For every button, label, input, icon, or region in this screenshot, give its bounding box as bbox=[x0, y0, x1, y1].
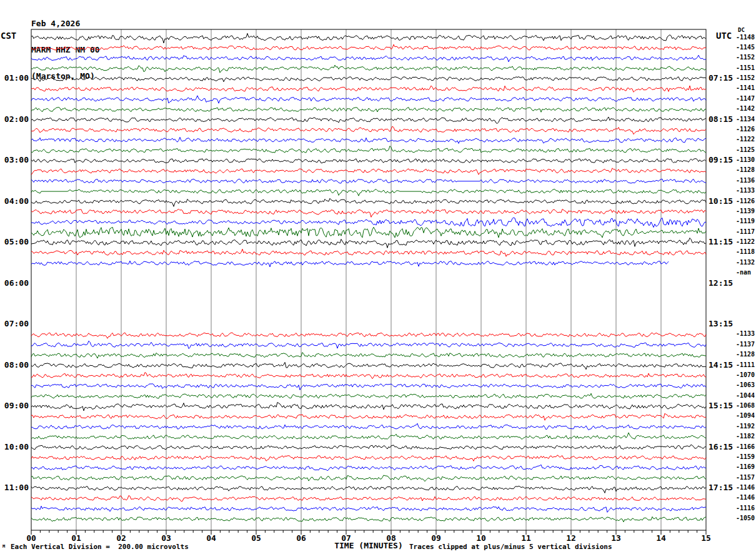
dc-offset-value: -1159 bbox=[736, 454, 756, 460]
dc-offset-value: -1192 bbox=[736, 423, 756, 430]
hour-label-cst: 10:00 bbox=[0, 443, 29, 451]
dc-offset-value: -1126 bbox=[736, 126, 756, 133]
trace-row bbox=[31, 475, 706, 481]
trace-row bbox=[31, 402, 706, 411]
trace-row bbox=[31, 423, 706, 430]
trace-row bbox=[31, 486, 706, 493]
hour-label-cst: 06:00 bbox=[0, 279, 29, 288]
hour-label-cst: 09:00 bbox=[0, 401, 29, 410]
dc-offset-value: -1146 bbox=[736, 485, 756, 491]
x-tick-label: 05 bbox=[246, 534, 266, 542]
trace-row bbox=[31, 455, 706, 461]
dc-offset-value: -1147 bbox=[736, 96, 756, 102]
dc-offset-value: -1118 bbox=[736, 249, 756, 255]
hour-label-utc: 09:15 bbox=[709, 156, 737, 164]
dc-offset-value: -1070 bbox=[736, 372, 756, 378]
trace-row bbox=[31, 218, 706, 228]
dc-offset-value: -1117 bbox=[736, 229, 756, 235]
x-tick-label: 03 bbox=[156, 534, 176, 542]
dc-offset-value: -1050 bbox=[736, 515, 756, 521]
trace-row bbox=[31, 77, 706, 82]
dc-offset-value: -1137 bbox=[736, 341, 756, 348]
dc-offset-value: -1142 bbox=[736, 106, 756, 112]
trace-row bbox=[31, 146, 706, 153]
x-tick-label: 12 bbox=[561, 534, 581, 542]
x-tick-label: 04 bbox=[201, 534, 221, 542]
dc-offset-value: -1152 bbox=[736, 54, 756, 61]
dc-offset-value: -1116 bbox=[736, 505, 756, 511]
hour-label-cst: 01:00 bbox=[0, 74, 29, 83]
trace-row bbox=[31, 209, 706, 217]
dc-offset-value: -1125 bbox=[736, 147, 756, 153]
dc-offset-value: -1157 bbox=[736, 475, 756, 481]
dc-offset-value: -1148 bbox=[736, 34, 756, 41]
x-tick-label: 11 bbox=[516, 534, 536, 542]
clipping-note: Traces clipped at plus/minus 5 vertical … bbox=[409, 543, 612, 550]
dc-offset-value: -1134 bbox=[736, 116, 756, 123]
trace-row bbox=[31, 496, 706, 501]
trace-row bbox=[31, 55, 706, 62]
hour-label-utc: 12:15 bbox=[709, 279, 737, 288]
seismogram-plot bbox=[0, 0, 756, 554]
trace-row bbox=[31, 261, 669, 267]
hour-label-cst: 11:00 bbox=[0, 483, 29, 492]
trace-row bbox=[31, 33, 706, 43]
hour-label-cst: 04:00 bbox=[0, 197, 29, 206]
hour-label-utc: 17:15 bbox=[709, 483, 737, 492]
trace-row bbox=[31, 96, 706, 103]
dc-offset-value: -1133 bbox=[736, 188, 756, 194]
dc-offset-value: -1111 bbox=[736, 362, 756, 368]
trace-row bbox=[31, 413, 706, 420]
hour-label-cst: 08:00 bbox=[0, 361, 29, 370]
dc-offset-value: -1119 bbox=[736, 218, 756, 224]
dc-offset-value: -1182 bbox=[736, 433, 756, 440]
dc-offset-value: -nan bbox=[736, 269, 756, 276]
trace-row bbox=[31, 445, 706, 450]
hour-label-utc: 08:15 bbox=[709, 115, 737, 124]
trace-row bbox=[31, 362, 706, 369]
dc-offset-value: -1136 bbox=[736, 178, 756, 184]
trace-row bbox=[31, 159, 706, 163]
x-tick-label: 15 bbox=[696, 534, 716, 542]
dc-offset-value: -1094 bbox=[736, 413, 756, 419]
trace-row bbox=[31, 393, 706, 398]
dc-offset-value: -1151 bbox=[736, 65, 756, 71]
dc-offset-value: -1145 bbox=[736, 44, 756, 51]
trace-row bbox=[31, 249, 706, 256]
hour-label-cst: 05:00 bbox=[0, 238, 29, 246]
trace-row bbox=[31, 433, 706, 440]
dc-offset-value: -1132 bbox=[736, 259, 756, 266]
dc-offset-value: -1044 bbox=[736, 393, 756, 399]
dc-offset-value: -1068 bbox=[736, 403, 756, 409]
trace-row bbox=[31, 44, 706, 50]
hour-label-cst: 07:00 bbox=[0, 320, 29, 328]
heliplot-page: Feb 4,2026 MARM HHZ NM 00 (Marston, MO) … bbox=[0, 0, 756, 554]
trace-row bbox=[31, 516, 706, 521]
x-tick-label: 14 bbox=[651, 534, 671, 542]
plot-border bbox=[31, 29, 706, 530]
dc-offset-value: -1152 bbox=[736, 75, 756, 81]
hour-label-cst: 03:00 bbox=[0, 156, 29, 164]
trace-row bbox=[31, 86, 706, 92]
trace-row bbox=[31, 238, 706, 248]
trace-row bbox=[31, 65, 706, 73]
x-tick-label: 13 bbox=[606, 534, 626, 542]
dc-offset-value: -1122 bbox=[736, 136, 756, 143]
hour-label-utc: 16:15 bbox=[709, 443, 737, 451]
trace-row bbox=[31, 384, 706, 390]
x-tick-label: 02 bbox=[111, 534, 131, 542]
dc-offset-value: -1063 bbox=[736, 382, 756, 388]
dc-offset-value: -1128 bbox=[736, 351, 756, 358]
corner-mark: M bbox=[2, 545, 5, 549]
dc-offset-value: -1146 bbox=[736, 495, 756, 501]
dc-offset-value: -1169 bbox=[736, 464, 756, 470]
hour-label-utc: 07:15 bbox=[709, 74, 737, 83]
trace-row bbox=[31, 138, 706, 144]
trace-row bbox=[31, 168, 706, 175]
trace-row bbox=[31, 465, 706, 471]
trace-row bbox=[31, 117, 706, 124]
hour-label-cst: 02:00 bbox=[0, 115, 29, 124]
trace-row bbox=[31, 189, 706, 196]
trace-row bbox=[31, 506, 706, 512]
x-tick-label: 00 bbox=[21, 534, 41, 542]
